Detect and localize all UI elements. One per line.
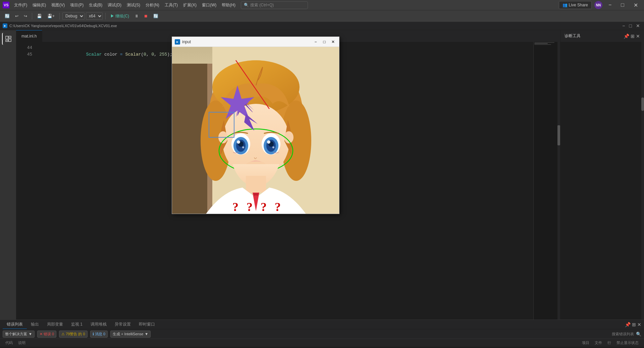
undo-button[interactable]: ↩ bbox=[13, 13, 20, 19]
menu-edit[interactable]: 编辑(E) bbox=[30, 1, 49, 9]
platform-dropdown[interactable]: x64 bbox=[86, 12, 103, 20]
error-label: ✕ 错误 0 bbox=[40, 332, 54, 337]
svg-text:?: ? bbox=[261, 200, 267, 214]
diag-pin-button[interactable]: 📌 bbox=[624, 33, 629, 39]
col-desc: 说明 bbox=[15, 340, 28, 345]
popup-content: ? ? ? ? bbox=[172, 47, 339, 214]
tab-watch[interactable]: 监视 1 bbox=[67, 320, 87, 329]
search-errorlist-icon[interactable]: 🔍 bbox=[636, 332, 641, 337]
col-suppress: 禁止显示状态 bbox=[614, 340, 641, 345]
errorlist-close-button[interactable]: ✕ bbox=[637, 322, 641, 327]
active-tab[interactable]: mat.inl.h bbox=[16, 30, 42, 42]
popup-icon: ► bbox=[175, 39, 180, 45]
activity-explorer[interactable] bbox=[2, 33, 14, 45]
popup-minimize-button[interactable]: − bbox=[312, 39, 319, 45]
toolbar: 🔄 ↩ ↪ 💾 💾+ Debug x64 ▶ 继续(C) ⏸ ⏹ 🔄 bbox=[0, 10, 644, 22]
title-bar: VS 文件(F) 编辑(E) 视图(V) 项目(P) 生成(B) 调试(D) 测… bbox=[0, 0, 644, 10]
close-button[interactable]: ✕ bbox=[630, 1, 641, 10]
toolbar-separator-1 bbox=[32, 13, 32, 19]
save-button[interactable]: 💾 bbox=[35, 13, 44, 19]
menu-file[interactable]: 文件(F) bbox=[11, 1, 30, 9]
message-filter[interactable]: ℹ 消息 0 bbox=[90, 331, 108, 338]
config-dropdown[interactable]: Debug bbox=[62, 12, 85, 20]
errorlist-expand-button[interactable]: ⊞ bbox=[632, 322, 636, 327]
minimap-track bbox=[557, 42, 560, 320]
path-maximize[interactable]: □ bbox=[628, 23, 633, 28]
popup-maximize-button[interactable]: □ bbox=[321, 39, 328, 45]
toolbar-separator-2 bbox=[59, 13, 60, 19]
errorlist-pin-button[interactable]: 📌 bbox=[625, 322, 631, 327]
error-list-panel: 错误列表 输出 局部变量 监视 1 调用堆栈 异常设置 即时窗口 📌 ⊞ ✕ 整… bbox=[0, 320, 644, 348]
minimap-content bbox=[534, 42, 558, 320]
minimap bbox=[533, 42, 560, 320]
new-project-button[interactable]: 🔄 bbox=[3, 13, 12, 19]
anime-display: ? ? ? ? bbox=[172, 47, 339, 214]
tab-immediate[interactable]: 即时窗口 bbox=[135, 320, 159, 329]
avatar[interactable]: NN bbox=[594, 1, 602, 9]
menu-tools[interactable]: 工具(T) bbox=[162, 1, 180, 9]
svg-text:?: ? bbox=[275, 200, 281, 214]
svg-point-31 bbox=[267, 140, 270, 144]
col-project: 项目 bbox=[579, 340, 592, 345]
path-minimize[interactable]: − bbox=[621, 23, 626, 28]
col-line: 行 bbox=[605, 340, 614, 345]
menu-build[interactable]: 生成(B) bbox=[86, 1, 105, 9]
error-filter[interactable]: ✕ 错误 0 bbox=[37, 331, 56, 338]
svg-rect-2 bbox=[6, 36, 8, 39]
svg-rect-5 bbox=[6, 40, 8, 42]
live-share-button[interactable]: 👥 Live Share bbox=[559, 1, 592, 9]
toolbar-separator-3 bbox=[105, 13, 106, 19]
tab-callstack[interactable]: 调用堆栈 bbox=[87, 320, 111, 329]
popup-titlebar: ► input − □ ✕ bbox=[172, 37, 339, 47]
tab-exceptions[interactable]: 异常设置 bbox=[111, 320, 135, 329]
menu-debug[interactable]: 调试(D) bbox=[105, 1, 124, 9]
diagnostics-header: 诊断工具 📌 ⊞ ✕ bbox=[560, 30, 644, 42]
minimize-button[interactable]: − bbox=[605, 1, 615, 9]
message-label: ℹ 消息 0 bbox=[93, 332, 105, 337]
restart-button[interactable]: 🔄 bbox=[151, 13, 160, 19]
menu-analyze[interactable]: 分析(N) bbox=[143, 1, 162, 9]
error-list-header: 代码 说明 项目 文件 行 禁止显示状态 bbox=[0, 339, 644, 347]
build-chevron: ▼ bbox=[145, 332, 148, 336]
build-intellisense-filter[interactable]: 生成 + IntelliSense ▼ bbox=[110, 331, 151, 338]
path-close[interactable]: ✕ bbox=[635, 23, 641, 28]
line-num-44: 44 bbox=[16, 45, 32, 51]
stop-button[interactable]: ⏹ bbox=[142, 13, 150, 19]
activity-bar bbox=[0, 30, 16, 320]
menu-window[interactable]: 窗口(W) bbox=[199, 1, 219, 9]
menu-view[interactable]: 视图(V) bbox=[49, 1, 67, 9]
vs-logo: VS bbox=[3, 2, 9, 8]
input-window: ► input − □ ✕ bbox=[172, 37, 339, 214]
scope-chevron: ▼ bbox=[29, 332, 32, 336]
pause-button[interactable]: ⏸ bbox=[132, 13, 141, 19]
maximize-button[interactable]: □ bbox=[618, 1, 628, 9]
menu-project[interactable]: 项目(P) bbox=[67, 1, 86, 9]
scrollbar-thumb[interactable] bbox=[641, 97, 644, 111]
warning-filter[interactable]: ⚠ 79警告 的 0 bbox=[59, 331, 88, 338]
popup-close-button[interactable]: ✕ bbox=[330, 39, 336, 45]
scope-filter[interactable]: 整个解决方案 ▼ bbox=[3, 331, 35, 338]
title-right: 👥 Live Share NN − □ ✕ bbox=[559, 1, 641, 10]
tab-error-list[interactable]: 错误列表 bbox=[3, 320, 27, 329]
redo-button[interactable]: ↪ bbox=[22, 13, 29, 19]
diag-expand-button[interactable]: ⊞ bbox=[631, 33, 635, 39]
error-list-tabs: 错误列表 输出 局部变量 监视 1 调用堆栈 异常设置 即时窗口 📌 ⊞ ✕ bbox=[0, 320, 644, 329]
continue-button[interactable]: ▶ 继续(C) bbox=[108, 12, 131, 20]
save-all-button[interactable]: 💾+ bbox=[45, 13, 57, 19]
live-share-icon: 👥 bbox=[562, 3, 568, 7]
menu-extensions[interactable]: 扩展(X) bbox=[180, 1, 199, 9]
line-numbers: 44 45 bbox=[16, 42, 36, 320]
menu-test[interactable]: 测试(S) bbox=[124, 1, 143, 9]
diagnostics-buttons: 📌 ⊞ ✕ bbox=[624, 33, 640, 39]
svg-rect-3 bbox=[9, 36, 11, 38]
search-bar[interactable]: 🔍 搜索 (Ctrl+Q) bbox=[241, 1, 308, 9]
search-errorlist-label: 搜索错误列表 bbox=[612, 332, 634, 337]
svg-text:VS: VS bbox=[4, 3, 9, 7]
diag-close-button[interactable]: ✕ bbox=[636, 33, 640, 39]
scrollbar-track bbox=[641, 42, 644, 320]
tab-output[interactable]: 输出 bbox=[27, 320, 43, 329]
search-placeholder: 搜索 (Ctrl+Q) bbox=[250, 2, 274, 8]
col-file: 文件 bbox=[592, 340, 605, 345]
tab-locals[interactable]: 局部变量 bbox=[43, 320, 67, 329]
menu-help[interactable]: 帮助(H) bbox=[219, 1, 238, 9]
